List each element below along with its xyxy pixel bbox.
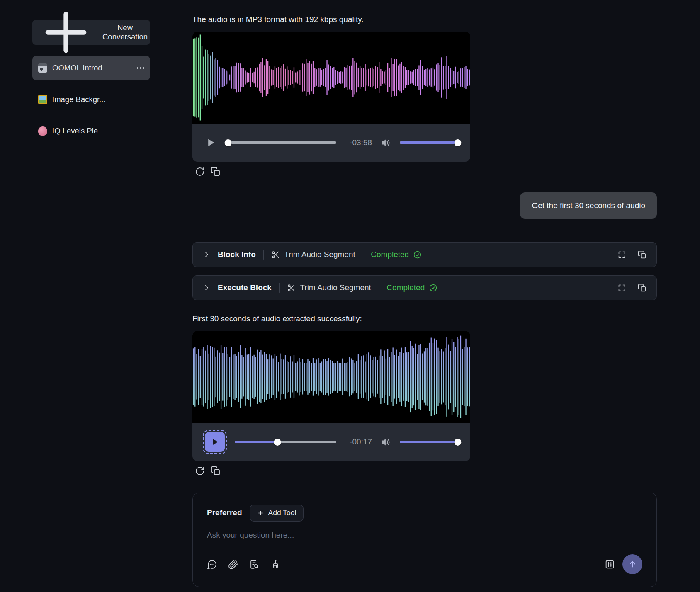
seek-slider[interactable]: [235, 438, 336, 446]
regenerate-button[interactable]: [195, 167, 205, 177]
copy-button[interactable]: [211, 466, 221, 476]
plus-icon: [35, 1, 97, 63]
new-conversation-button[interactable]: New Conversation: [32, 20, 150, 45]
preferred-label: Preferred: [207, 508, 242, 517]
send-button[interactable]: [622, 554, 642, 574]
copy-icon: [638, 250, 647, 259]
scissors-icon: [287, 284, 296, 292]
chat-main: The audio is in MP3 format with 192 kbps…: [160, 0, 700, 592]
question-input[interactable]: [207, 529, 642, 541]
conversation-label: IQ Levels Pie ...: [52, 126, 107, 136]
remaining-time: -03:58: [345, 138, 372, 147]
plus-icon: [257, 510, 264, 517]
attach-file-button[interactable]: [228, 559, 238, 570]
volume-icon[interactable]: [380, 437, 391, 448]
chevron-right-icon[interactable]: [203, 284, 210, 291]
message-dots-icon: [207, 559, 217, 570]
refresh-icon: [195, 466, 205, 476]
divider: [263, 250, 264, 260]
scissors-icon: [271, 250, 280, 259]
volume-thumb[interactable]: [455, 139, 462, 146]
block-info-row[interactable]: Block Info Trim Audio Segment Completed: [192, 242, 657, 267]
remaining-time: -00:17: [345, 437, 372, 446]
sliders-icon: [605, 559, 615, 570]
composer-actions: [207, 554, 642, 574]
status-badge: Completed: [386, 283, 438, 292]
copy-icon: [638, 284, 647, 292]
model-settings-button[interactable]: [605, 559, 615, 570]
user-message-bubble: Get the first 30 seconds of audio: [520, 192, 657, 219]
chevron-right-icon[interactable]: [203, 251, 210, 258]
expand-button[interactable]: [617, 284, 626, 292]
audio-controls: -00:17: [192, 423, 470, 461]
framed-picture-emoji-icon: [38, 95, 47, 104]
copy-button[interactable]: [211, 167, 221, 177]
play-icon: [210, 437, 220, 447]
block-title: Execute Block: [218, 283, 272, 292]
clear-context-button[interactable]: [270, 559, 281, 570]
play-button[interactable]: [205, 137, 216, 148]
block-title: Block Info: [218, 250, 256, 259]
user-message-row: Get the first 30 seconds of audio: [192, 192, 657, 219]
tool-name: Trim Audio Segment: [287, 283, 371, 292]
status-badge: Completed: [371, 250, 422, 259]
waveform-original: [192, 32, 470, 124]
add-tool-button[interactable]: Add Tool: [250, 505, 304, 522]
composer-toolbar: Preferred Add Tool: [207, 504, 642, 522]
new-conversation-label: New Conversation: [102, 23, 148, 41]
composer: Preferred Add Tool: [192, 493, 657, 587]
brain-emoji-icon: [38, 126, 47, 136]
more-options-icon[interactable]: [137, 67, 145, 69]
check-circle-icon: [429, 284, 438, 292]
play-icon: [205, 137, 216, 148]
refresh-icon: [195, 167, 205, 177]
copy-icon: [211, 167, 221, 177]
check-circle-icon: [413, 250, 422, 259]
conversation-label: Image Backgr...: [52, 95, 106, 104]
conversation-label: OOMOL Introd...: [52, 63, 109, 73]
file-search-icon: [249, 559, 260, 570]
execute-block-row[interactable]: Execute Block Trim Audio Segment Complet…: [192, 275, 657, 300]
seek-thumb[interactable]: [274, 439, 281, 446]
copy-button[interactable]: [638, 250, 647, 259]
play-button-focused[interactable]: [205, 432, 225, 452]
film-projector-emoji-icon: [38, 63, 47, 73]
paperclip-icon: [228, 559, 238, 570]
volume-slider[interactable]: [400, 438, 458, 446]
copy-button[interactable]: [638, 284, 647, 292]
volume-slider[interactable]: [400, 138, 458, 147]
fullscreen-icon: [617, 284, 626, 292]
audio-player-trimmed: -00:17: [192, 331, 470, 461]
divider: [363, 250, 364, 260]
divider: [379, 283, 379, 293]
waveform-trimmed: [192, 331, 470, 423]
tool-name: Trim Audio Segment: [271, 250, 355, 259]
sidebar: New Conversation OOMOL Introd... Image B…: [0, 0, 160, 592]
message-actions: [195, 466, 700, 476]
fullscreen-icon: [617, 250, 626, 259]
assistant-message: The audio is in MP3 format with 192 kbps…: [192, 14, 700, 25]
app-window: New Conversation OOMOL Introd... Image B…: [0, 0, 700, 592]
expand-button[interactable]: [617, 250, 626, 259]
sidebar-item-iq-levels-pie[interactable]: IQ Levels Pie ...: [32, 119, 150, 143]
broom-icon: [270, 559, 281, 570]
seek-thumb[interactable]: [225, 139, 232, 146]
audio-controls: -03:58: [192, 124, 470, 162]
divider: [279, 283, 280, 293]
arrow-up-icon: [628, 560, 637, 569]
volume-icon[interactable]: [380, 137, 391, 148]
seek-slider[interactable]: [225, 138, 336, 147]
regenerate-button[interactable]: [195, 466, 205, 476]
sidebar-item-image-background[interactable]: Image Backgr...: [32, 88, 150, 111]
assistant-message: First 30 seconds of audio extracted succ…: [192, 313, 700, 324]
search-context-button[interactable]: [249, 559, 260, 570]
audio-player-original: -03:58: [192, 32, 470, 162]
volume-thumb[interactable]: [455, 439, 462, 446]
copy-icon: [211, 466, 221, 476]
message-actions: [195, 167, 700, 177]
chat-mode-button[interactable]: [207, 559, 217, 570]
